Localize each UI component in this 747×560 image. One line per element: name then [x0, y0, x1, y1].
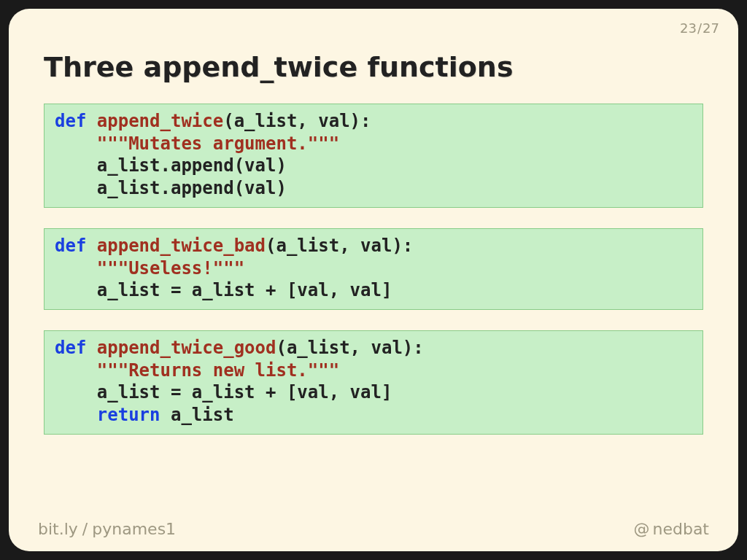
indent — [55, 382, 97, 402]
fn-args: (a_list, val): — [276, 338, 423, 358]
docstring: """Useless!""" — [97, 258, 244, 279]
indent — [55, 360, 97, 381]
indent — [55, 405, 97, 425]
fn-name: append_twice_bad — [86, 236, 266, 256]
link-slug: pynames1 — [92, 520, 176, 538]
code-line: a_list = a_list + [val, val] — [97, 280, 392, 300]
page-sep: / — [697, 20, 702, 36]
footer-handle: @nedbat — [633, 520, 709, 538]
indent — [55, 280, 97, 300]
page-current: 23 — [680, 20, 697, 36]
docstring: """Mutates argument.""" — [97, 133, 339, 154]
fn-name: append_twice_good — [86, 338, 276, 358]
code-block-2: def append_twice_bad(a_list, val): """Us… — [44, 228, 703, 310]
slide-footer: bit.ly/pynames1 @nedbat — [9, 520, 738, 538]
kw-def: def — [55, 236, 86, 256]
link-domain: bit.ly — [38, 520, 78, 538]
at-sign: @ — [633, 520, 649, 538]
indent — [55, 258, 97, 279]
page-total: 27 — [703, 20, 719, 36]
handle: nedbat — [652, 520, 709, 538]
kw-def: def — [55, 338, 86, 358]
indent — [55, 155, 97, 176]
code-block-3: def append_twice_good(a_list, val): """R… — [44, 330, 703, 435]
footer-link: bit.ly/pynames1 — [38, 520, 176, 538]
docstring: """Returns new list.""" — [97, 360, 339, 381]
code-line: a_list = a_list + [val, val] — [97, 382, 392, 402]
link-sep: / — [82, 520, 88, 538]
code-line: a_list.append(val) — [97, 155, 287, 176]
code-area: def append_twice(a_list, val): """Mutate… — [44, 104, 703, 455]
fn-name: append_twice — [86, 111, 223, 131]
code-line: a_list — [160, 405, 234, 425]
kw-def: def — [55, 111, 86, 131]
page-counter: 23/27 — [680, 20, 719, 36]
fn-args: (a_list, val): — [223, 111, 371, 131]
code-block-1: def append_twice(a_list, val): """Mutate… — [44, 104, 703, 208]
code-line: a_list.append(val) — [97, 178, 287, 198]
indent — [55, 178, 97, 198]
kw-return: return — [97, 405, 160, 425]
fn-args: (a_list, val): — [266, 236, 413, 256]
slide-card: 23/27 Three append_twice functions def a… — [9, 9, 738, 551]
slide-title: Three append_twice functions — [44, 51, 514, 83]
indent — [55, 133, 97, 154]
